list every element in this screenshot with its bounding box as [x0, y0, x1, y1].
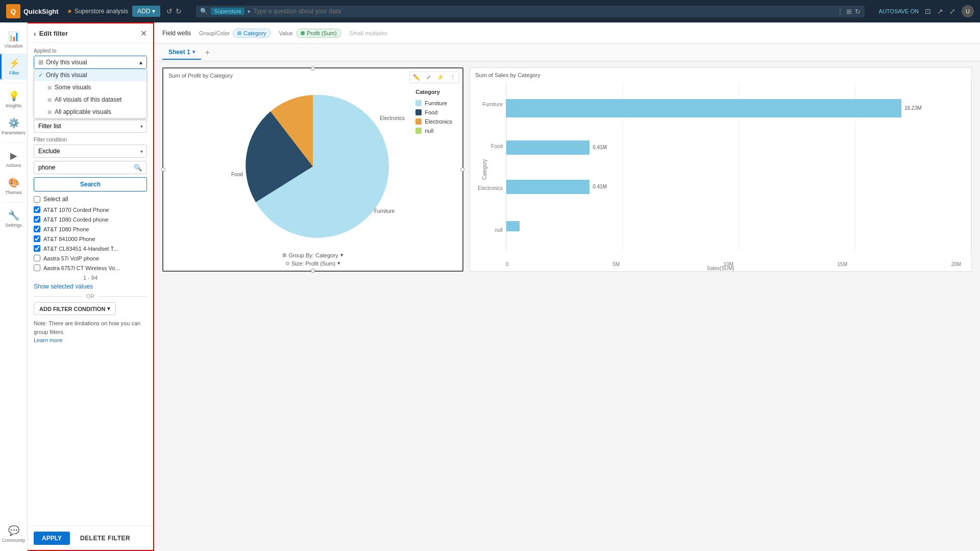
filter-panel-title: ‹ Edit filter	[34, 30, 68, 38]
size-chevron: ▾	[337, 260, 340, 267]
quicksight-logo: Q	[6, 4, 20, 18]
sidebar-item-label: Visualize	[5, 43, 23, 49]
y-axis-area: Furniture Food Electronics null	[470, 83, 506, 251]
scope-icon: ⊞	[38, 59, 43, 66]
expand-icon-button[interactable]: ⤢	[424, 73, 433, 82]
filter-icon-button[interactable]: ⚡	[435, 73, 446, 82]
parameters-icon: ⚙️	[8, 117, 19, 129]
filter-item-checkbox[interactable]	[34, 245, 40, 252]
export-button[interactable]: ↗	[937, 7, 943, 15]
more-icon-button[interactable]: ⋮	[448, 73, 458, 82]
resize-handle-bottom[interactable]	[311, 269, 315, 273]
scope-selected-option[interactable]: ⊞ Only this visual ▴	[34, 56, 146, 68]
apply-button[interactable]: APPLY	[34, 532, 70, 545]
filter-list-select[interactable]: Filter list	[34, 119, 147, 133]
bar-chart-visual[interactable]: Sum of Sales by Category Furniture Food …	[470, 67, 972, 272]
visualize-icon: 📊	[8, 31, 19, 42]
filter-type-wrapper: Exclude Include ▾	[34, 145, 147, 158]
filter-search-input[interactable]	[34, 161, 130, 174]
pie-chart-svg	[236, 90, 389, 243]
chevron-down-icon: ▾	[107, 305, 110, 312]
filter-item-label: AT&T 1080 Corded phone	[43, 217, 108, 223]
scope-option-all-dataset[interactable]: ⊞ All visuals of this dataset	[34, 93, 146, 106]
resize-handle-top[interactable]	[311, 66, 315, 70]
filter-list-dropdown-wrapper: Filter list ▾	[34, 119, 147, 133]
filter-search-icon-button[interactable]: 🔍	[130, 162, 146, 174]
bar-chart-title: Sum of Sales by Category	[475, 72, 541, 78]
filter-item-checkbox[interactable]	[34, 206, 40, 213]
scope-option-all-applicable[interactable]: ⊞ All applicable visuals	[34, 106, 146, 118]
filter-note: Note: There are limitations on how you c…	[34, 319, 147, 345]
actions-icon: ▶	[10, 150, 17, 161]
bar-chart-content: Furniture Food Electronics null	[470, 83, 971, 251]
sidebar-item-settings[interactable]: 🔧 Settings	[0, 206, 27, 232]
group-color-label: Group/Color	[199, 30, 230, 36]
bar-row-furniture: 16.23M	[506, 98, 971, 118]
note-body: There are limitations on how you can gro…	[34, 320, 140, 335]
or-divider: OR	[34, 293, 147, 299]
filter-item-checkbox[interactable]	[34, 255, 40, 261]
pencil-icon-button[interactable]: ✏️	[411, 73, 422, 82]
y-label-null: null	[495, 227, 503, 233]
undo-button[interactable]: ↺	[166, 7, 173, 15]
bar-null[interactable]	[506, 221, 520, 231]
bar-food[interactable]	[506, 140, 590, 155]
sidebar-item-community[interactable]: 💬 Community	[0, 521, 27, 547]
pagination-row: 1 - 94	[34, 275, 147, 281]
category-tag[interactable]: Category	[233, 29, 271, 38]
back-icon[interactable]: ‹	[34, 30, 36, 38]
search-input[interactable]	[253, 8, 834, 15]
check-icon: ✓	[38, 72, 43, 79]
sidebar-item-actions[interactable]: ▶ Actions	[0, 146, 27, 172]
bar-electronics[interactable]	[506, 180, 590, 194]
add-sheet-button[interactable]: +	[201, 48, 214, 57]
pie-chart-visual[interactable]: Sum of Profit by Category ✏️ ⤢ ⚡ ⋮ Categ…	[162, 67, 463, 272]
small-multiples-label: Small multiples	[350, 30, 387, 36]
scope-option-some-visuals[interactable]: ⊞ Some visuals	[34, 81, 146, 93]
filter-type-select[interactable]: Exclude Include	[34, 145, 147, 158]
sidebar-item-visualize[interactable]: 📊 Visualize	[0, 27, 27, 53]
show-selected-link[interactable]: Show selected values	[34, 283, 147, 290]
scope-option-only-this[interactable]: ✓ Only this visual	[34, 69, 146, 81]
sidebar-item-themes[interactable]: 🎨 Themes	[0, 173, 27, 199]
filter-item-checkbox[interactable]	[34, 265, 40, 271]
main-layout: 📊 Visualize ⚡ Filter 💡 Insights ⚙️ Param…	[0, 22, 980, 551]
search-options-button[interactable]: ⊞	[846, 8, 852, 15]
sheet-tab-1[interactable]: Sheet 1 ▾	[162, 45, 201, 60]
redo-button[interactable]: ↻	[176, 7, 182, 15]
profit-tag[interactable]: Profit (Sum)	[296, 29, 341, 38]
group-by-item[interactable]: ⊞ Group By: Category ▾	[282, 252, 343, 258]
or-line-left	[34, 296, 82, 297]
search-icon: 🔍	[200, 8, 208, 15]
profit-dot	[301, 31, 305, 35]
bar-furniture[interactable]	[506, 99, 901, 117]
select-all-checkbox[interactable]	[34, 196, 40, 203]
sidebar-item-parameters[interactable]: ⚙️ Parameters	[0, 113, 27, 139]
filter-item-label: AT&T 841000 Phone	[43, 236, 95, 242]
search-button[interactable]: Search	[34, 177, 147, 191]
or-line-right	[99, 296, 147, 297]
user-avatar[interactable]: U	[962, 5, 974, 17]
close-button[interactable]: ✕	[140, 29, 147, 38]
grid-icon: ⊞	[47, 97, 52, 103]
search-bar[interactable]: 🔍 Superstore ▾ ⋮ ⊞ ↻	[196, 6, 864, 17]
share-button[interactable]: ⊡	[925, 7, 931, 15]
learn-more-link[interactable]: Learn more	[34, 337, 62, 343]
size-item[interactable]: ⊙ Size: Profit (Sum) ▾	[285, 260, 340, 267]
scope-dropdown[interactable]: ⊞ Only this visual ▴	[34, 56, 147, 69]
filter-item-checkbox[interactable]	[34, 226, 40, 232]
filter-item-label: AT&T 1070 Corded Phone	[43, 207, 109, 213]
filter-item-checkbox[interactable]	[34, 216, 40, 223]
sidebar-item-insights[interactable]: 💡 Insights	[0, 86, 27, 112]
fullscreen-button[interactable]: ⤢	[949, 7, 955, 15]
add-filter-condition-button[interactable]: ADD FILTER CONDITION ▾	[34, 302, 116, 315]
filter-item-checkbox[interactable]	[34, 235, 40, 242]
delete-filter-button[interactable]: DELETE FILTER	[75, 532, 135, 545]
refresh-button[interactable]: ↻	[855, 8, 861, 15]
more-icon: ⋮	[837, 8, 843, 15]
bar-label-electronics: 0.41M	[593, 184, 607, 189]
filter-items-list: AT&T 1070 Corded Phone AT&T 1080 Corded …	[34, 205, 147, 273]
add-button[interactable]: ADD ▾	[132, 6, 160, 17]
sidebar-item-filter[interactable]: ⚡ Filter	[0, 54, 27, 80]
filter-search-row: 🔍	[34, 161, 147, 174]
